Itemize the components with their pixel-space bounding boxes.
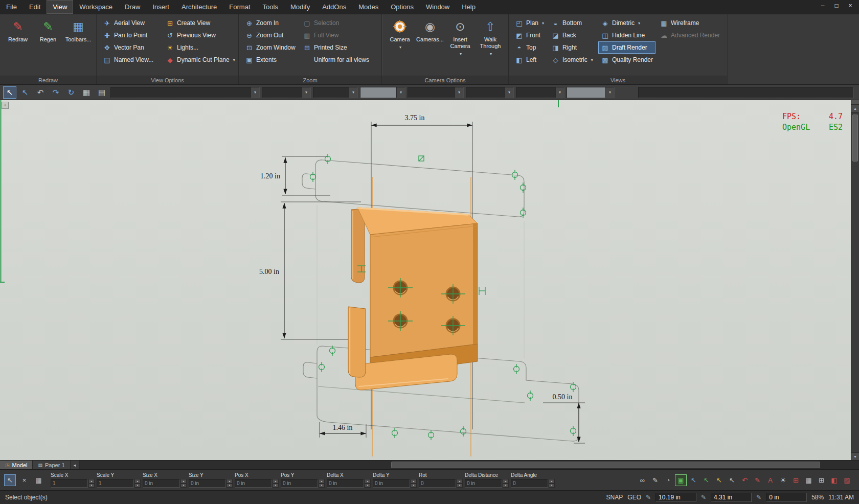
wireframe-button[interactable]: ▦ Wireframe	[657, 17, 724, 29]
sketch-pad-button[interactable]: ✎	[649, 474, 661, 486]
menu-item-window[interactable]: Window	[420, 0, 456, 14]
create-view-button[interactable]: ⊞ Create View	[163, 17, 235, 29]
spin-up-icon[interactable]: ▴	[180, 479, 187, 484]
undo-marker-button[interactable]: ↶	[739, 474, 751, 486]
select-2d-button[interactable]: ↖	[688, 474, 699, 486]
refresh-button[interactable]: ↻	[64, 86, 78, 99]
hidden-line-button[interactable]: ◫ Hidden Line	[598, 29, 655, 41]
horizontal-scroll-thumb[interactable]	[391, 462, 820, 468]
toolbars-button[interactable]: ▦ Toolbars...	[64, 17, 93, 67]
lights-button[interactable]: ☀ Lights...	[163, 41, 235, 54]
selection-info-button[interactable]: ▦	[80, 86, 93, 99]
select-face-button[interactable]: ↖	[726, 474, 738, 486]
menu-item-help[interactable]: Help	[456, 0, 482, 14]
spin-down-icon[interactable]: ▾	[319, 484, 325, 488]
tab-scroll-left-icon[interactable]: ◂	[71, 461, 80, 469]
chevron-down-icon[interactable]: ▾	[349, 87, 357, 98]
pan-to-point-button[interactable]: ✚ Pan to Point	[100, 29, 162, 41]
spin-down-icon[interactable]: ▾	[411, 484, 417, 488]
spin-up-icon[interactable]: ▴	[549, 479, 555, 484]
pos-y-input[interactable]: 0 in	[281, 479, 318, 488]
zoom-window-button[interactable]: ⊡ Zoom Window	[242, 41, 299, 54]
chevron-down-icon[interactable]: ▾	[505, 87, 513, 98]
select-tool-button[interactable]: ↖	[3, 86, 16, 99]
snap-toggle[interactable]: SNAP	[606, 494, 623, 501]
toolbar-combo-2[interactable]: ▾	[262, 87, 311, 98]
dimetric-view-button[interactable]: ◈ Dimetric ▾	[598, 17, 655, 29]
x-coordinate-field[interactable]: 10.19 in	[655, 493, 696, 502]
spin-down-icon[interactable]: ▾	[549, 484, 555, 488]
bottom-view-button[interactable]: ◒ Bottom	[549, 17, 597, 29]
menu-item-edit[interactable]: Edit	[23, 0, 47, 14]
menu-item-format[interactable]: Format	[223, 0, 256, 14]
workplane-button[interactable]: ▣	[675, 474, 687, 486]
restore-button[interactable]: □	[830, 1, 843, 10]
chevron-down-icon[interactable]: ▾	[605, 87, 614, 98]
chevron-down-icon[interactable]: ▾	[302, 87, 310, 98]
spin-up-icon[interactable]: ▴	[227, 479, 233, 484]
spin-down-icon[interactable]: ▾	[273, 484, 279, 488]
rot-input[interactable]: 0	[419, 479, 456, 488]
delta-x-input[interactable]: 0 in	[327, 479, 364, 488]
z-coordinate-field[interactable]: 0 in	[766, 493, 807, 502]
vertical-scroll-thumb[interactable]	[852, 114, 858, 162]
inspector-select-button[interactable]: ↖	[4, 474, 16, 486]
spin-down-icon[interactable]: ▾	[88, 484, 95, 488]
aerial-view-button[interactable]: ✈ Aerial View	[100, 17, 162, 29]
spin-up-icon[interactable]: ▴	[273, 479, 279, 484]
vertical-scroll-track[interactable]	[851, 112, 859, 452]
close-button[interactable]: ×	[844, 1, 857, 10]
select-3d-button[interactable]: ↖	[700, 474, 712, 486]
left-view-button[interactable]: ◧ Left	[512, 54, 547, 66]
spin-up-icon[interactable]: ▴	[88, 479, 95, 484]
plan-view-button[interactable]: ◰ Plan ▾	[512, 17, 547, 29]
y-coordinate-field[interactable]: 4.31 in	[711, 493, 752, 502]
command-field[interactable]	[638, 87, 854, 98]
zoom-out-button[interactable]: ⊖ Zoom Out	[242, 29, 299, 41]
spin-down-icon[interactable]: ▾	[180, 484, 187, 488]
scroll-up-icon[interactable]: ▲	[851, 105, 859, 112]
isometric-view-button[interactable]: ◇ Isometric ▾	[549, 54, 597, 66]
menu-item-draw[interactable]: Draw	[119, 0, 146, 14]
menu-item-insert[interactable]: Insert	[146, 0, 175, 14]
scroll-down-icon[interactable]: ▼	[851, 452, 859, 460]
spin-up-icon[interactable]: ▴	[457, 479, 463, 484]
delta-angle-input[interactable]: 0	[511, 479, 548, 488]
link-button[interactable]: ∞	[637, 474, 648, 486]
spin-down-icon[interactable]: ▾	[227, 484, 233, 488]
insert-camera-button[interactable]: ⊙ Insert Camera ▾	[446, 17, 474, 67]
palette-button[interactable]: ▨	[841, 474, 853, 486]
select-node-button[interactable]: ↖	[713, 474, 725, 486]
zoom-in-button[interactable]: ⊕ Zoom In	[242, 17, 299, 29]
toolbar-combo-7[interactable]: ▾	[516, 87, 564, 98]
spin-up-icon[interactable]: ▴	[411, 479, 417, 484]
scale-y-input[interactable]: 1	[97, 479, 134, 488]
menu-item-architecture[interactable]: Architecture	[175, 0, 223, 14]
extents-button[interactable]: ▣ Extents	[242, 54, 299, 66]
back-view-button[interactable]: ◪ Back	[549, 29, 597, 41]
spin-up-icon[interactable]: ▴	[319, 479, 325, 484]
toolbar-combo-5[interactable]: ▾	[408, 87, 464, 98]
draft-render-button[interactable]: ▨ Draft Render	[598, 41, 655, 54]
style-combo[interactable]: ▾	[110, 87, 260, 98]
camera-button[interactable]: Camera ▾	[386, 17, 414, 67]
chevron-down-icon[interactable]: ▾	[396, 87, 405, 98]
menu-item-modify[interactable]: Modify	[284, 0, 316, 14]
chevron-down-icon[interactable]: ▾	[555, 87, 564, 98]
text-style-button[interactable]: A	[764, 474, 776, 486]
geo-toggle[interactable]: GEO	[627, 494, 641, 501]
spin-down-icon[interactable]: ▾	[365, 484, 371, 488]
quality-render-button[interactable]: ▩ Quality Render	[598, 54, 655, 66]
canvas-nav-widget[interactable]: +	[2, 102, 9, 109]
toolbar-combo-6[interactable]: ▾	[466, 87, 514, 98]
previous-view-button[interactable]: ↺ Previous View	[163, 29, 235, 41]
drawing-viewport[interactable]: 3.75 in 1.20 in 5.00 in 1.46 in 0.50 in	[0, 100, 851, 460]
chevron-down-icon[interactable]: ▾	[455, 87, 463, 98]
spin-up-icon[interactable]: ▴	[503, 479, 509, 484]
size-x-input[interactable]: 0 in	[143, 479, 180, 488]
delta-distance-input[interactable]: 0 in	[465, 479, 502, 488]
toolbar-combo-8[interactable]: ▾	[567, 87, 615, 98]
toolbar-combo-4[interactable]: ▾	[360, 87, 405, 98]
menu-item-addons[interactable]: AddOns	[316, 0, 352, 14]
drawing-canvas[interactable]: 3.75 in 1.20 in 5.00 in 1.46 in 0.50 in	[0, 100, 851, 460]
